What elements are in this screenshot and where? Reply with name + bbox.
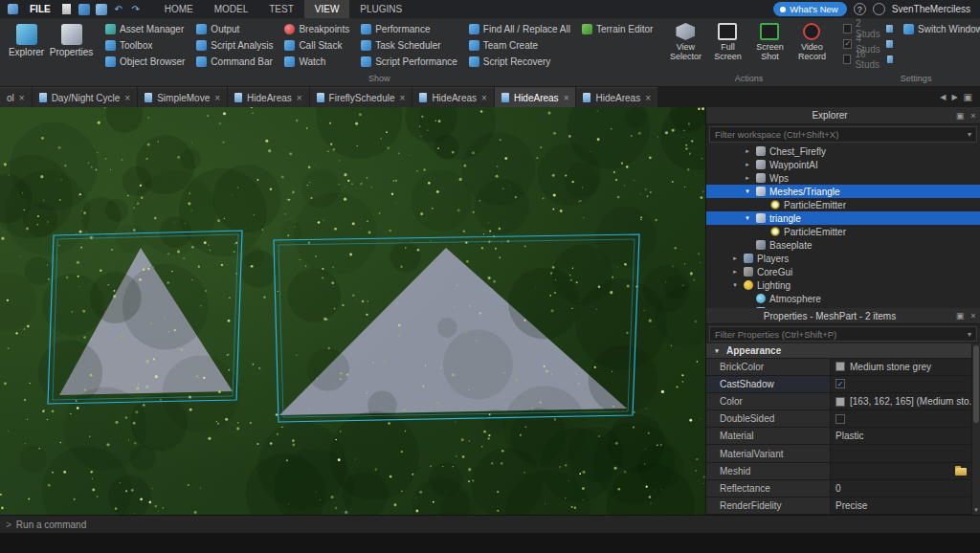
- reflectance-value[interactable]: 0: [831, 480, 980, 497]
- doc-tab[interactable]: Day/Night Cycle ×: [33, 87, 138, 107]
- doc-tab[interactable]: ol ×: [0, 87, 32, 107]
- properties-filter-input[interactable]: [710, 329, 963, 340]
- folder-browse-icon[interactable]: [955, 468, 967, 476]
- tab-plugins[interactable]: PLUGINS: [349, 0, 412, 18]
- scrollbar-thumb[interactable]: [973, 345, 979, 423]
- appearance-section-header[interactable]: ▾ Appearance: [706, 343, 980, 358]
- watch-button[interactable]: Watch: [281, 54, 352, 69]
- material-value[interactable]: Plastic: [831, 428, 980, 444]
- close-icon[interactable]: ×: [564, 93, 569, 103]
- tree-item-meshes-triangle[interactable]: ▾Meshes/Triangle: [706, 185, 980, 198]
- output-icon: [196, 24, 207, 34]
- brickcolor-value[interactable]: Medium stone grey: [831, 359, 980, 375]
- object-browser-button[interactable]: Object Browser: [102, 54, 188, 69]
- doc-tab[interactable]: FireflySchedule ×: [310, 87, 412, 107]
- tab-test[interactable]: TEST: [258, 0, 304, 18]
- username[interactable]: SvenTheMerciless: [892, 4, 970, 14]
- tree-item-triangle[interactable]: ▾triangle: [706, 211, 980, 225]
- close-icon[interactable]: ×: [297, 93, 302, 103]
- doc-tab[interactable]: HideAreas ×: [228, 87, 309, 107]
- undo-icon[interactable]: ↶: [113, 4, 124, 15]
- scroll-down-icon[interactable]: ▾: [972, 505, 980, 515]
- doc-tab[interactable]: HideAreas ×: [576, 87, 657, 107]
- switch-windows-button[interactable]: Switch Windows: [901, 21, 980, 36]
- close-icon[interactable]: ×: [481, 93, 487, 103]
- terrain-editor-button[interactable]: Terrain Editor: [579, 21, 656, 36]
- float-panel-icon[interactable]: ▣: [953, 311, 967, 321]
- output-button[interactable]: Output: [193, 21, 276, 36]
- tree-item-lighting[interactable]: ▾Lighting: [706, 278, 980, 292]
- properties-scrollbar[interactable]: ▾: [971, 343, 980, 515]
- file-menu-button[interactable]: FILE: [22, 0, 58, 18]
- whats-new-button[interactable]: What's New: [773, 2, 846, 16]
- call-stack-button[interactable]: Call Stack: [281, 37, 352, 53]
- view-selector-button[interactable]: View Selector: [664, 21, 706, 63]
- explorer-filter-input[interactable]: [710, 129, 963, 140]
- tree-item-baseplate[interactable]: Baseplate: [706, 238, 980, 252]
- breakpoints-button[interactable]: Breakpoints: [281, 21, 352, 36]
- doublesided-value[interactable]: [831, 410, 980, 427]
- meshid-value[interactable]: [831, 463, 980, 479]
- terrain-editor-icon: [582, 24, 592, 34]
- doc-tab[interactable]: SimpleMove ×: [138, 87, 227, 107]
- tree-item-particleemitter[interactable]: ParticleEmitter: [706, 225, 980, 238]
- tab-scroll-left-icon[interactable]: ◀: [940, 93, 946, 101]
- 3d-viewport[interactable]: [0, 107, 705, 515]
- close-icon[interactable]: ×: [19, 93, 25, 103]
- checkbox-unchecked-icon[interactable]: [835, 414, 845, 424]
- close-icon[interactable]: ×: [400, 93, 406, 103]
- asset-manager-button[interactable]: Asset Manager: [102, 21, 188, 36]
- help-icon[interactable]: ?: [854, 3, 866, 15]
- tree-item-waypointai[interactable]: ▸WaypointAI: [706, 158, 980, 171]
- tree-item-chest-firefly[interactable]: ▸Chest_Firefly: [706, 144, 980, 158]
- close-panel-icon[interactable]: ×: [967, 311, 980, 321]
- task-scheduler-button[interactable]: Task Scheduler: [358, 37, 460, 53]
- video-record-button[interactable]: Video Record: [791, 21, 833, 63]
- find-all-button[interactable]: Find All / Replace All: [466, 21, 573, 36]
- color-value[interactable]: [163, 162, 165] (Medium sto...: [831, 393, 980, 409]
- close-icon[interactable]: ×: [214, 93, 220, 103]
- script-analysis-button[interactable]: Script Analysis: [193, 37, 276, 53]
- object-browser-icon: [105, 56, 116, 67]
- stud-icon: [887, 55, 893, 63]
- float-panel-icon[interactable]: ▣: [953, 111, 967, 121]
- toolbox-button[interactable]: Toolbox: [102, 37, 188, 53]
- new-file-icon[interactable]: [61, 4, 73, 15]
- doc-tab[interactable]: HideAreas ×: [412, 87, 494, 107]
- performance-button[interactable]: Performance: [358, 21, 460, 36]
- tree-item-particleemitter[interactable]: ParticleEmitter: [706, 198, 980, 211]
- share-icon[interactable]: [873, 3, 885, 15]
- screen-shot-button[interactable]: Screen Shot: [748, 21, 791, 63]
- tab-home[interactable]: HOME: [154, 0, 204, 18]
- tree-item-wps[interactable]: ▸Wps: [706, 171, 980, 185]
- team-create-button[interactable]: Team Create: [466, 37, 573, 53]
- save-icon[interactable]: [78, 4, 90, 15]
- close-panel-icon[interactable]: ×: [967, 111, 980, 121]
- full-screen-button[interactable]: Full Screen: [706, 21, 748, 63]
- tab-model[interactable]: MODEL: [204, 0, 259, 18]
- castshadow-value[interactable]: ✓: [831, 376, 980, 392]
- command-bar-button[interactable]: Command Bar: [193, 54, 276, 69]
- script-recovery-button[interactable]: Script Recovery: [466, 54, 573, 69]
- tab-restore-icon[interactable]: ▣: [964, 92, 972, 102]
- renderfidelity-value[interactable]: Precise: [831, 498, 980, 514]
- close-icon[interactable]: ×: [124, 93, 130, 103]
- 16-studs-checkbox[interactable]: 16 Studs: [841, 52, 895, 66]
- tree-item-coregui[interactable]: ▸CoreGui: [706, 265, 980, 278]
- script-icon: [39, 93, 47, 102]
- command-input[interactable]: [16, 520, 974, 530]
- redo-icon[interactable]: ↷: [130, 4, 142, 15]
- doc-tab-active[interactable]: HideAreas ×: [495, 87, 576, 107]
- tab-view[interactable]: VIEW: [304, 0, 350, 18]
- tab-scroll-right-icon[interactable]: ▶: [951, 93, 957, 101]
- publish-icon[interactable]: [96, 4, 107, 15]
- close-icon[interactable]: ×: [645, 93, 651, 103]
- tree-item-players[interactable]: ▸Players: [706, 252, 980, 265]
- tree-item-atmosphere[interactable]: Atmosphere: [706, 292, 980, 305]
- property-row-reflectance: Reflectance 0: [706, 480, 980, 498]
- script-performance-button[interactable]: Script Performance: [358, 54, 460, 69]
- properties-button[interactable]: Properties: [49, 21, 94, 60]
- materialvariant-value[interactable]: [831, 445, 980, 461]
- checkbox-checked-icon[interactable]: ✓: [835, 379, 845, 388]
- explorer-button[interactable]: Explorer: [4, 21, 49, 60]
